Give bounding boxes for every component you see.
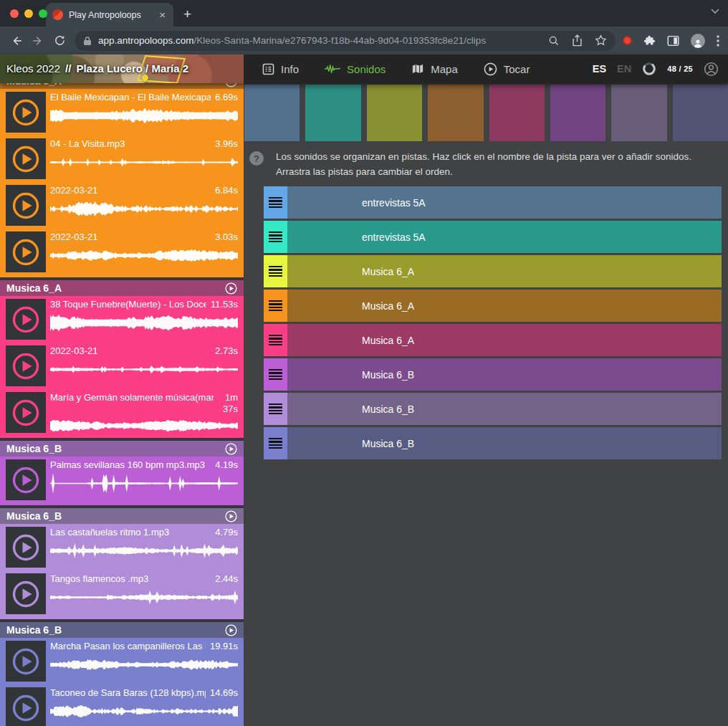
clip-track-section: Musica 6_BPalmas sevillanas 160 bpm mp3.… [0,441,244,505]
clip-item[interactable]: Marcha Pasan los campanilleros Las Mejor… [0,638,244,684]
clip-play-button[interactable] [6,392,46,433]
clip-item[interactable]: 2022-03-216.84s [0,182,244,229]
track-name: Musica 6_A [362,300,414,312]
track-row[interactable]: Musica 6_B [264,393,722,425]
track-row[interactable]: Musica 6_A [264,290,722,322]
clip-play-button[interactable] [6,92,46,133]
forward-button[interactable] [27,34,49,47]
track-name-button[interactable]: Musica 6_A [287,290,722,322]
back-button[interactable] [6,34,27,47]
track-drag-handle[interactable] [264,186,287,219]
clip-play-button[interactable] [6,573,46,614]
clip-item[interactable]: Palmas sevillanas 160 bpm mp3.mp34.19s [0,457,244,503]
track-color-swatch [489,85,545,141]
track-section-header[interactable]: Musica 6_B [0,508,244,524]
new-tab-button[interactable]: + [183,7,191,21]
track-row[interactable]: Musica 6_A [264,255,722,287]
track-drag-handle[interactable] [264,290,287,322]
clip-play-button[interactable] [6,231,46,272]
browser-menu-icon[interactable] [717,35,719,47]
track-name-button[interactable]: entrevistas 5A [287,221,722,253]
track-name-button[interactable]: Musica 6_A [287,255,722,287]
clip-item[interactable]: El Baile Mexicapan - El Baile Mexicapan.… [0,89,244,135]
track-name: Musica 6_B [362,438,414,449]
minimize-window-button[interactable] [24,9,33,18]
zoom-window-button[interactable] [39,9,47,18]
nav-label: Mapa [431,63,458,75]
clip-duration: 6.69s [211,92,238,103]
zoom-search-icon[interactable] [548,35,560,47]
reload-button[interactable] [49,34,70,47]
track-row[interactable]: entrevistas 5A [264,186,722,219]
play-all-icon[interactable] [225,282,237,295]
track-drag-handle[interactable] [264,427,287,459]
track-name-button[interactable]: entrevistas 5A [287,186,722,219]
track-section-header[interactable]: Musica 6_B [0,622,244,638]
clip-waveform [50,539,238,563]
track-section-header[interactable]: Musica 6_A [0,83,244,89]
clip-item[interactable]: Taconeo de Sara Baras (128 kbps).mp314.6… [0,684,244,726]
account-icon[interactable] [704,62,719,77]
side-panel-icon[interactable] [667,35,679,47]
track-row[interactable]: Musica 6_B [264,358,722,391]
track-drag-handle[interactable] [264,324,287,356]
clip-item[interactable]: Tangos flamencos .mp32.44s [0,570,244,617]
track-row[interactable]: Musica 6_A [264,324,722,356]
track-name-button[interactable]: Musica 6_B [287,358,722,391]
play-all-icon[interactable] [225,443,237,455]
extensions-puzzle-icon[interactable] [643,34,656,47]
play-all-icon[interactable] [225,83,237,87]
track-drag-handle[interactable] [264,255,287,287]
clip-item[interactable]: 2022-03-213.03s [0,229,244,275]
play-all-icon[interactable] [225,510,237,522]
header-right: ES EN 48 / 25 [593,54,728,83]
clip-item[interactable]: Las castañuelas ritmo 1.mp34.79s [0,524,244,570]
clip-title: Tangos flamencos .mp3 [50,573,148,585]
nav-item-mapa[interactable]: Mapa [411,63,458,75]
clip-play-button[interactable] [6,527,46,568]
track-row[interactable]: entrevistas 5A [264,221,722,253]
track-section-header[interactable]: Musica 6_A [0,280,244,296]
breadcrumb-title: Plaza Lucero / María 2 [76,62,188,75]
address-bar[interactable]: app.antropoloops.com/Kleos-Santa-Marina/… [75,31,616,51]
track-name-button[interactable]: Musica 6_B [287,427,722,459]
clip-waveform [50,653,238,677]
clip-play-button[interactable] [6,345,46,386]
clip-play-button[interactable] [6,641,46,682]
share-icon[interactable] [572,34,583,47]
tab-close-icon[interactable]: × [158,9,167,20]
profile-avatar[interactable] [691,34,705,48]
nav-item-sonidos[interactable]: Sonidos [325,63,385,75]
track-name-button[interactable]: Musica 6_A [287,324,722,356]
breadcrumb-project[interactable]: Kleos 2022 [6,62,60,75]
clip-body: 04 - La Visita.mp33.96s [46,138,238,182]
track-name-button[interactable]: Musica 6_B [287,393,722,425]
project-aerial-photo[interactable]: Kleos 2022//Plaza Lucero / María 2 [0,54,244,83]
clip-item[interactable]: 04 - La Visita.mp33.96s [0,135,244,182]
clip-play-button[interactable] [6,138,46,179]
tab-search-chevron-icon[interactable] [711,9,719,14]
lang-es-button[interactable]: ES [593,63,606,75]
track-row[interactable]: Musica 6_B [264,427,722,459]
close-window-button[interactable] [10,9,19,18]
track-section-header[interactable]: Musica 6_B [0,441,244,457]
nav-item-info[interactable]: Info [262,63,299,75]
clip-play-button[interactable] [6,687,46,726]
nav-item-tocar[interactable]: Tocar [484,62,530,76]
track-drag-handle[interactable] [264,393,287,425]
track-drag-handle[interactable] [264,358,287,391]
clip-item[interactable]: María y Germán solamente música(maría 2.… [0,389,244,436]
recording-extension-icon[interactable] [623,36,632,45]
clip-item[interactable]: 38 Toque Funebre(Muerte) - Los Doce Par.… [0,296,244,343]
lang-en-button[interactable]: EN [617,63,631,75]
browser-tab[interactable]: Play Antropoloops × [46,3,173,27]
clip-play-button[interactable] [6,185,46,226]
clip-item[interactable]: 2022-03-212.73s [0,343,244,389]
track-drag-handle[interactable] [264,221,287,253]
bookmark-star-icon[interactable] [595,34,607,47]
clip-play-button[interactable] [6,459,46,500]
track-color-swatch [244,85,300,141]
clips-sidebar: Musica 6_AEl Baile Mexicapan - El Baile … [0,83,244,726]
clip-play-button[interactable] [6,299,46,340]
play-all-icon[interactable] [225,624,237,636]
